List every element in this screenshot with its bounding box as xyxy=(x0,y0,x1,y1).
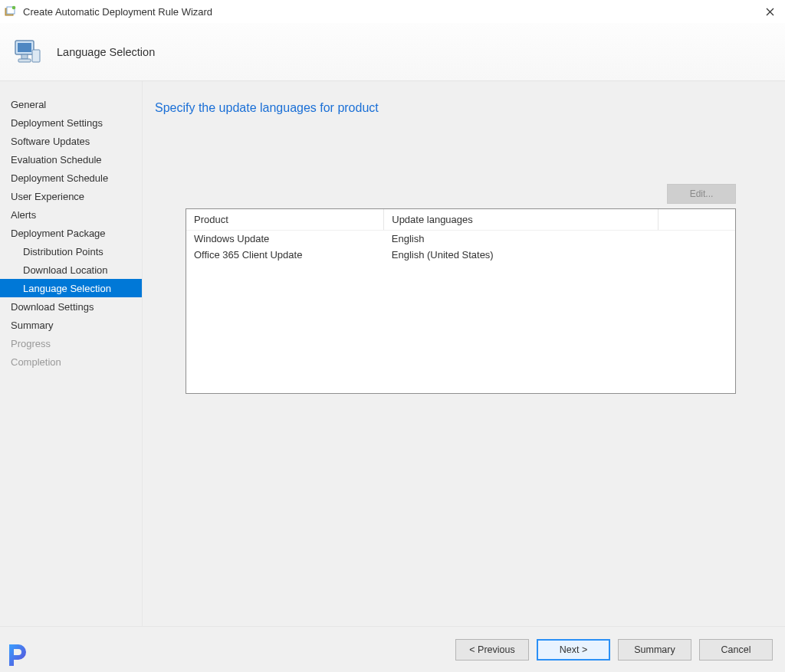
svg-rect-6 xyxy=(18,43,31,52)
svg-rect-7 xyxy=(21,54,28,59)
summary-button[interactable]: Summary xyxy=(618,639,691,661)
sidebar-item-summary[interactable]: Summary xyxy=(0,316,142,334)
computer-icon xyxy=(11,36,43,68)
svg-rect-8 xyxy=(18,59,31,62)
sidebar-item-language-selection[interactable]: Language Selection xyxy=(0,279,142,297)
sidebar-item-user-experience[interactable]: User Experience xyxy=(0,187,142,205)
next-button[interactable]: Next > xyxy=(537,639,610,661)
cancel-button[interactable]: Cancel xyxy=(699,639,773,661)
sidebar-item-deployment-package[interactable]: Deployment Package xyxy=(0,224,142,242)
cell-languages: English xyxy=(384,231,659,247)
sidebar-item-completion: Completion xyxy=(0,352,142,371)
sidebar-item-deployment-settings[interactable]: Deployment Settings xyxy=(0,113,142,132)
wizard-header: Language Selection xyxy=(0,23,785,81)
brand-logo-icon xyxy=(5,641,31,667)
page-heading: Specify the update languages for product xyxy=(155,101,767,115)
cell-product: Office 365 Client Update xyxy=(186,247,384,263)
sidebar-item-alerts[interactable]: Alerts xyxy=(0,205,142,224)
step-title: Language Selection xyxy=(57,46,155,58)
wizard-body: GeneralDeployment SettingsSoftware Updat… xyxy=(0,81,785,626)
sidebar-item-download-settings[interactable]: Download Settings xyxy=(0,297,142,316)
col-languages[interactable]: Update languages xyxy=(384,209,659,231)
wizard-sidebar: GeneralDeployment SettingsSoftware Updat… xyxy=(0,81,143,626)
cell-languages: English (United States) xyxy=(384,247,659,263)
sidebar-item-evaluation-schedule[interactable]: Evaluation Schedule xyxy=(0,150,142,169)
sidebar-item-deployment-schedule[interactable]: Deployment Schedule xyxy=(0,169,142,187)
sidebar-item-progress: Progress xyxy=(0,334,142,352)
sidebar-item-distribution-points[interactable]: Distribution Points xyxy=(0,242,142,261)
wizard-footer: < Previous Next > Summary Cancel xyxy=(0,626,785,672)
previous-button[interactable]: < Previous xyxy=(455,639,529,661)
close-icon[interactable] xyxy=(760,5,779,18)
cell-product: Windows Update xyxy=(186,231,384,247)
col-spacer xyxy=(659,209,735,231)
edit-button: Edit... xyxy=(667,184,736,204)
svg-rect-9 xyxy=(32,50,40,62)
titlebar: Create Automatic Deployment Rule Wizard xyxy=(0,0,785,23)
svg-point-2 xyxy=(12,6,16,10)
sidebar-item-software-updates[interactable]: Software Updates xyxy=(0,132,142,150)
window-title: Create Automatic Deployment Rule Wizard xyxy=(23,6,212,18)
language-grid[interactable]: Product Update languages Windows UpdateE… xyxy=(186,208,736,394)
sidebar-item-download-location[interactable]: Download Location xyxy=(0,261,142,279)
table-row[interactable]: Office 365 Client UpdateEnglish (United … xyxy=(186,247,735,263)
col-product[interactable]: Product xyxy=(186,209,384,231)
table-row[interactable]: Windows UpdateEnglish xyxy=(186,231,735,247)
sidebar-item-general[interactable]: General xyxy=(0,95,142,113)
wizard-main: Specify the update languages for product… xyxy=(143,81,785,626)
wizard-icon xyxy=(5,5,17,18)
